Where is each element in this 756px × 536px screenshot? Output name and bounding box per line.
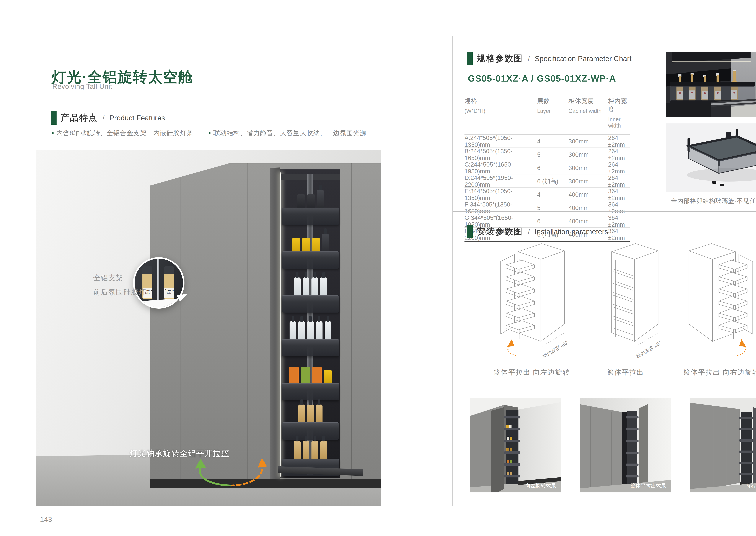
footer-rule bbox=[36, 507, 36, 528]
left-page-card: 灯光·全铝旋转太空舱 Revolving Tall Unit 产品特点 / Pr… bbox=[36, 36, 381, 506]
heading-zh: 安装参数图 bbox=[477, 226, 523, 237]
spec-cell: 264 ±2mm bbox=[608, 161, 630, 175]
col-header-zh: 层数 bbox=[537, 97, 568, 105]
green-square-icon bbox=[467, 225, 473, 238]
spec-photo-basket-bottles bbox=[666, 52, 756, 117]
table-row: E:344*505*(1050-1350)mm 4 400mm 364 ±2mm bbox=[464, 188, 630, 201]
spec-cell: 4 bbox=[537, 191, 568, 198]
cabinet-run bbox=[150, 163, 381, 479]
spec-cell: A:244*505*(1050-1350)mm bbox=[464, 134, 537, 148]
spec-cell: 300mm bbox=[569, 165, 608, 171]
install-diagram-pull-out: 柜内深度 ≥520mm bbox=[591, 242, 660, 363]
effect-photo-caption: 向左旋转效果 bbox=[525, 483, 556, 488]
diagram-caption: 篮体平拉出 向右边旋转 bbox=[675, 368, 756, 377]
bottle-label: Corona Extra bbox=[164, 288, 174, 298]
col-header: 柜体宽度 Cabinet width bbox=[569, 92, 608, 134]
product-features-heading: 产品特点 / Product Features bbox=[51, 111, 165, 125]
col-header-en: (W*D*H) bbox=[464, 108, 537, 114]
heading-en: Product Features bbox=[109, 114, 165, 122]
spec-cell: 264 ±2mm bbox=[608, 134, 630, 148]
pullout-basket bbox=[282, 383, 339, 400]
heading-separator: / bbox=[528, 54, 530, 63]
cabinet-seam bbox=[366, 163, 366, 479]
feature-bullets: 内含8轴承旋转、全铝合金支架、内嵌硅胶灯条 联动结构、省力静音、大容量大收纳、二… bbox=[52, 129, 366, 138]
pullout-basket bbox=[282, 251, 339, 269]
bottle-brand: Corona bbox=[165, 289, 174, 292]
callout-bottle: Corona Extra bbox=[164, 266, 174, 299]
pullout-basket bbox=[282, 422, 339, 440]
section-divider bbox=[453, 384, 756, 385]
spec-cell: 6 bbox=[537, 165, 568, 171]
col-header-en: Cabinet width bbox=[569, 108, 608, 114]
feature-bullet: 内含8轴承旋转、全铝合金支架、内嵌硅胶灯条 bbox=[52, 129, 193, 138]
table-row: C:244*505*(1650-1950)mm 6 300mm 264 ±2mm bbox=[464, 161, 630, 174]
diagram-caption: 篮体平拉出 bbox=[579, 368, 673, 377]
spec-cell: D:244*505*(1950-2200)mm bbox=[464, 174, 537, 188]
model-number: GS05-01XZ·A / GS05-01XZ-WP·A bbox=[468, 73, 616, 84]
spec-cell: 6 (加高) bbox=[537, 177, 568, 185]
spec-cell: 6 bbox=[537, 218, 568, 225]
col-header-en: Inner width bbox=[608, 116, 630, 129]
rotate-right-arrow-icon bbox=[739, 339, 746, 347]
spec-cell: C:244*505*(1650-1950)mm bbox=[464, 161, 537, 175]
spec-photo-glass-tray bbox=[666, 123, 756, 192]
spec-cell: F:344*505*(1350-1650)mm bbox=[464, 201, 537, 215]
callout-line: 全铝支架 bbox=[93, 271, 146, 285]
spec-cell: 364 ±2mm bbox=[608, 228, 630, 241]
col-header-zh: 柜体宽度 bbox=[569, 97, 608, 105]
bullet-text: 内含8轴承旋转、全铝合金支架、内嵌硅胶灯条 bbox=[56, 129, 193, 138]
table-row: B:244*505*(1350-1650)mm 5 300mm 264 ±2mm bbox=[464, 148, 630, 161]
led-light-strip bbox=[280, 173, 281, 477]
callout-line: 前后氛围硅胶灯 bbox=[93, 285, 146, 299]
col-header: 柜内宽度 Inner width bbox=[608, 92, 630, 134]
page-number-left: 143 bbox=[40, 515, 52, 523]
install-diagram-rotate-left: 柜内深度 ≥520mm bbox=[497, 242, 567, 363]
col-header: 层数 Layer bbox=[537, 92, 568, 134]
col-header: 规格 (W*D*H) bbox=[464, 92, 537, 134]
heading-separator: / bbox=[528, 227, 530, 236]
pullout-basket bbox=[282, 208, 339, 225]
spec-cell: 264 ±2mm bbox=[608, 148, 630, 161]
table-header-row: 规格 (W*D*H) 层数 Layer 柜体宽度 Cabinet width 柜… bbox=[464, 92, 630, 134]
spec-cell: 364 ±2mm bbox=[608, 201, 630, 215]
spec-chart-heading: 规格参数图 / Specification Parameter Chart bbox=[467, 52, 632, 65]
effect-photo-rotate-right: 向右旋转效果 bbox=[690, 398, 756, 492]
title-divider bbox=[36, 99, 381, 99]
section-divider bbox=[453, 211, 756, 212]
col-header-zh: 柜内宽度 bbox=[608, 97, 630, 114]
cabinet-seam bbox=[214, 163, 214, 479]
heading-zh: 规格参数图 bbox=[477, 53, 523, 64]
rotation-arrows-icon bbox=[192, 458, 270, 491]
effect-photo-caption: 篮体平拉出效果 bbox=[630, 483, 666, 488]
table-row: F:344*505*(1350-1650)mm 5 400mm 364 ±2mm bbox=[464, 201, 630, 215]
table-row: D:244*505*(1950-2200)mm 6 (加高) 300mm 264… bbox=[464, 174, 630, 188]
bullet-dot-icon bbox=[209, 132, 210, 134]
spec-cell: 364 ±2mm bbox=[608, 188, 630, 201]
feature-bullet: 联动结构、省力静音、大容量大收纳、二边氛围光源 bbox=[209, 129, 366, 138]
effect-photo-caption: 向右旋转效果 bbox=[745, 483, 756, 489]
right-page-card: 规格参数图 / Specification Parameter Chart GS… bbox=[453, 36, 756, 506]
table-row: A:244*505*(1050-1350)mm 4 300mm 264 ±2mm bbox=[464, 134, 630, 148]
heading-separator: / bbox=[103, 114, 105, 122]
spec-cell: E:344*505*(1050-1350)mm bbox=[464, 188, 537, 201]
main-product-photo: Corona Extra Corona Extra 全铝支架 前后氛围硅胶灯 灯… bbox=[36, 150, 381, 506]
effect-photo-pull-out: 篮体平拉出效果 bbox=[580, 398, 671, 492]
spec-cell: 300mm bbox=[569, 178, 608, 185]
pullout-basket bbox=[282, 295, 339, 313]
spec-cell: B:244*505*(1350-1650)mm bbox=[464, 148, 537, 161]
page-subtitle: Revolving Tall Unit bbox=[52, 82, 112, 90]
spec-cell: 300mm bbox=[569, 138, 608, 145]
col-header-zh: 规格 bbox=[464, 97, 537, 105]
green-square-icon bbox=[51, 111, 56, 125]
catalog-spread: 灯光·全铝旋转太空舱 Revolving Tall Unit 产品特点 / Pr… bbox=[0, 0, 756, 536]
cabinet-seam bbox=[351, 163, 352, 479]
effect-photo-rotate-left: 向左旋转效果 bbox=[470, 398, 561, 492]
rotate-left-arrow-icon bbox=[507, 339, 514, 347]
spec-cell: 400mm bbox=[569, 205, 608, 211]
cabinet-seam bbox=[247, 163, 247, 479]
col-header-en: Layer bbox=[537, 108, 568, 114]
spec-photo-caption: 全内部棒卯结构玻璃篮·不见任何螺丝 bbox=[666, 197, 756, 205]
feature-callout-text: 全铝支架 前后氛围硅胶灯 bbox=[93, 271, 146, 299]
diagram-caption: 篮体平拉出 向左边旋转 bbox=[485, 368, 579, 377]
spec-cell: 4 bbox=[537, 138, 568, 145]
